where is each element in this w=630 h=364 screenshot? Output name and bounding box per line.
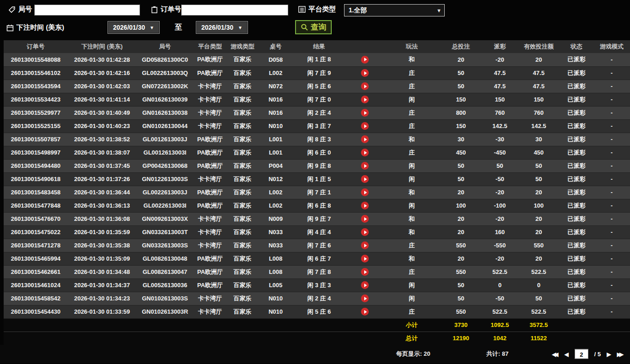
cell-table_no: L002 xyxy=(258,66,293,80)
play-triangle xyxy=(364,310,367,314)
first-page-button[interactable]: ◀◀ xyxy=(552,351,558,357)
total-label: 总计 xyxy=(384,332,439,345)
cell-payout: -20 xyxy=(483,212,517,225)
cell-valid: 450 xyxy=(517,146,560,159)
cell-game: 百家乐 xyxy=(226,93,258,106)
table-body: 2601300155480882026-01-30 01:42:28GD0582… xyxy=(4,53,630,318)
play-icon[interactable] xyxy=(361,188,369,196)
play-icon[interactable] xyxy=(361,135,369,143)
cell-payout: -100 xyxy=(483,199,517,212)
cell-platform: PA欧洲厅 xyxy=(194,199,226,212)
cell-table_no: L008 xyxy=(258,252,293,265)
cell-order: 260130015462661 xyxy=(4,265,68,278)
cell-time: 2026-01-30 01:37:45 xyxy=(68,159,136,172)
total-payout: 1042 xyxy=(483,332,517,345)
play-icon[interactable] xyxy=(361,149,369,156)
bet-time-label: 下注时间 (美东) xyxy=(6,23,64,32)
cell-mode: - xyxy=(592,265,630,278)
cell-game: 百家乐 xyxy=(226,225,258,239)
cell-platform: 卡卡湾厅 xyxy=(194,239,226,252)
cell-table_no: L002 xyxy=(258,199,293,212)
cell-payout: -50 xyxy=(483,172,517,186)
cell-result: 闲 1 庄 5 xyxy=(293,172,345,186)
cell-bet: 50 xyxy=(439,80,483,93)
table-row: 2601300154906182026-01-30 01:37:26GN0122… xyxy=(4,172,630,186)
play-icon[interactable] xyxy=(361,162,369,170)
cell-order: 260130015534423 xyxy=(4,93,68,106)
play-icon[interactable] xyxy=(361,175,369,183)
column-header: 玩法 xyxy=(384,40,439,53)
table-row: 2601300155299772026-01-30 01:40:49GN0162… xyxy=(4,106,630,119)
play-triangle xyxy=(364,111,367,115)
play-triangle xyxy=(364,71,367,75)
cell-mode: - xyxy=(592,186,630,199)
play-icon[interactable] xyxy=(361,255,369,262)
play-icon[interactable] xyxy=(361,241,369,249)
order-number-input[interactable] xyxy=(181,5,288,16)
cell-play: 闲 xyxy=(384,172,439,186)
current-page-input[interactable]: 2 xyxy=(575,349,588,359)
cell-game: 百家乐 xyxy=(226,278,258,292)
play-icon[interactable] xyxy=(361,56,369,64)
cell-platform: 卡卡湾厅 xyxy=(194,119,226,133)
cell-order: 260130015471278 xyxy=(4,239,68,252)
cell-status: 已派彩 xyxy=(560,252,592,265)
table-row: 2601300154712782026-01-30 01:35:38GN0332… xyxy=(4,239,630,252)
cell-result: 闲 3 庄 3 xyxy=(293,278,345,292)
next-page-button[interactable]: ▶ xyxy=(607,351,611,357)
replay-cell xyxy=(345,199,384,212)
cell-table_no: N072 xyxy=(258,80,293,93)
cell-time: 2026-01-30 01:35:38 xyxy=(68,239,136,252)
cell-mode: - xyxy=(592,159,630,172)
platform-type-select[interactable]: 1.全部 ▼ xyxy=(344,4,445,16)
date-to-picker[interactable]: 2026/01/30 ▼ xyxy=(196,21,248,34)
cell-round: GN0122613003S xyxy=(136,172,194,186)
cell-time: 2026-01-30 01:42:03 xyxy=(68,80,136,93)
replay-cell xyxy=(345,119,384,133)
date-from-picker[interactable]: 2026/01/30 ▼ xyxy=(108,21,160,34)
play-icon[interactable] xyxy=(361,228,369,236)
table-summary: 小计 3730 1092.5 3572.5 总计 12190 1042 1152… xyxy=(4,318,630,345)
column-header: 状态 xyxy=(560,40,592,53)
play-icon[interactable] xyxy=(361,281,369,289)
prev-page-button[interactable]: ◀ xyxy=(565,351,569,357)
cell-order: 260130015525155 xyxy=(4,119,68,133)
table-row: 2601300154585422026-01-30 01:34:23GN0102… xyxy=(4,292,630,305)
play-icon[interactable] xyxy=(361,96,369,103)
play-triangle xyxy=(364,177,367,181)
cell-status: 已派彩 xyxy=(560,172,592,186)
cell-time: 2026-01-30 01:36:08 xyxy=(68,212,136,225)
cell-round: GN0102613003S xyxy=(136,292,194,305)
table-row: 2601300154544302026-01-30 01:33:59GN0102… xyxy=(4,305,630,318)
play-icon[interactable] xyxy=(361,69,369,77)
search-button[interactable]: 查询 xyxy=(295,20,332,34)
play-icon[interactable] xyxy=(361,109,369,117)
play-icon[interactable] xyxy=(361,215,369,223)
clipboard-icon xyxy=(151,6,158,13)
cell-play: 和 xyxy=(384,225,439,239)
play-icon[interactable] xyxy=(361,82,369,90)
play-icon[interactable] xyxy=(361,122,369,130)
cell-status: 已派彩 xyxy=(560,305,592,318)
round-number-input[interactable] xyxy=(34,5,140,16)
replay-cell xyxy=(345,159,384,172)
cell-result: 闲 7 庄 1 xyxy=(293,186,345,199)
cell-table_no: N009 xyxy=(258,212,293,225)
cell-table_no: N010 xyxy=(258,292,293,305)
last-page-button[interactable]: ▶▶ xyxy=(617,351,624,357)
column-header: 有效投注额 xyxy=(517,40,560,53)
cell-result: 闲 9 庄 7 xyxy=(293,212,345,225)
column-header: 下注时间 (美东) xyxy=(68,40,136,53)
play-icon[interactable] xyxy=(361,308,369,316)
play-icon[interactable] xyxy=(361,294,369,302)
cell-result: 闲 7 庄 9 xyxy=(293,66,345,80)
cell-valid: 20 xyxy=(517,252,560,265)
replay-cell xyxy=(345,133,384,146)
cell-play: 闲 xyxy=(384,199,439,212)
cell-status: 已派彩 xyxy=(560,53,592,66)
play-icon[interactable] xyxy=(361,202,369,209)
cell-time: 2026-01-30 01:35:09 xyxy=(68,252,136,265)
play-icon[interactable] xyxy=(361,268,369,276)
cell-platform: PA欧洲厅 xyxy=(194,133,226,146)
subtotal-valid: 3572.5 xyxy=(517,318,560,332)
